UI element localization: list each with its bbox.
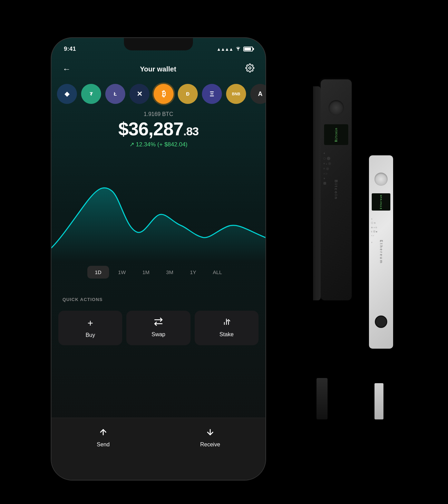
send-label: Send [97, 442, 109, 448]
ledger-s-label: Ethereum [379, 240, 383, 264]
coin-item-xrp[interactable]: ✕ [129, 84, 149, 104]
send-button[interactable]: Send [97, 428, 109, 448]
time-btn-1y[interactable]: 1Y [182, 266, 204, 279]
time-btn-all[interactable]: ALL [205, 266, 230, 279]
usd-cents: .83 [183, 125, 198, 138]
time-selector: 1D 1W 1M 3M 1Y ALL [51, 266, 265, 279]
signal-icon: ▲▲▲▲ [217, 47, 233, 52]
coin-item-eth[interactable]: Ξ [202, 84, 222, 104]
coin-item-ltc[interactable]: Ł [105, 84, 125, 104]
stake-button[interactable]: Stake [195, 311, 259, 345]
coin-item-btc[interactable]: ₿ [154, 84, 174, 104]
change-pct: ↗ 12.34% [129, 141, 156, 148]
phone-screen: 9:41 ▲▲▲▲ [51, 38, 265, 480]
app-header: ← Your wallet [51, 59, 265, 79]
status-time: 9:41 [64, 46, 76, 52]
scene: 9:41 ▲▲▲▲ [34, 10, 414, 494]
coin-item-usdt[interactable]: ₮ [81, 84, 101, 104]
buy-label: Buy [86, 332, 95, 338]
ledger-x-screen-text: Bitcoin [335, 128, 338, 142]
ledger-nano-x-screen: Bitcoin [324, 124, 348, 145]
send-icon [99, 428, 108, 439]
bottom-bar: Send Receive [51, 418, 265, 480]
time-btn-3m[interactable]: 3M [158, 266, 181, 279]
stake-label: Stake [220, 331, 234, 338]
receive-button[interactable]: Receive [200, 428, 220, 448]
wifi-icon [235, 46, 241, 52]
swap-button[interactable]: Swap [126, 311, 190, 345]
btc-amount: 1.9169 BTC [51, 111, 265, 117]
time-btn-1m[interactable]: 1M [135, 266, 157, 279]
usd-price: $36,287.83 [51, 119, 265, 138]
settings-button[interactable] [245, 64, 254, 75]
ledger-nano-x: Bitcoin ∧ ⬡ ⊕ ✕ ≡ + ▷ [321, 79, 352, 300]
phone-notch [124, 38, 193, 50]
quick-actions: + Buy Swap [58, 311, 259, 345]
change-usd: (+ $842.04) [157, 141, 187, 148]
usd-whole: $36,287 [118, 118, 183, 139]
buy-icon: + [87, 318, 93, 329]
price-chart [51, 165, 265, 262]
ledger-nano-s-usb [374, 383, 383, 419]
back-button[interactable]: ← [62, 64, 71, 74]
ledger-nano-s-screen: Ethereum [372, 193, 390, 211]
battery-icon [243, 47, 253, 51]
phone: 9:41 ▲▲▲▲ [51, 38, 265, 480]
quick-actions-label: QUICK ACTIONS [62, 297, 103, 302]
time-btn-1w[interactable]: 1W [110, 266, 134, 279]
ledger-x-label: Bitcoin [334, 180, 338, 200]
coin-item-bnb[interactable]: BNB [226, 84, 246, 104]
time-btn-1d[interactable]: 1D [87, 266, 109, 279]
receive-label: Receive [200, 442, 220, 448]
coin-item-algo[interactable]: A [250, 84, 265, 104]
buy-button[interactable]: + Buy [58, 311, 122, 345]
header-title: Your wallet [140, 65, 176, 73]
ledger-nano-s: Ethereum ∧ ⬡ B ⊕ ✕ D ≡ ■ + ▷ [369, 155, 393, 349]
coin-item-unknown[interactable]: ◆ [57, 84, 77, 104]
ledger-nano-s-button [375, 316, 387, 328]
price-section: 1.9169 BTC $36,287.83 ↗ 12.34% (+ $842.0… [51, 111, 265, 148]
ledger-nano-x-side [313, 86, 321, 300]
coin-selector: ◆ ₮ Ł ✕ ₿ Ð Ξ BNB A [51, 81, 265, 106]
receive-icon [206, 428, 215, 439]
swap-label: Swap [152, 331, 165, 338]
chart-container [51, 165, 265, 262]
svg-point-1 [249, 67, 251, 69]
stake-icon [222, 318, 231, 328]
status-icons: ▲▲▲▲ [217, 46, 253, 52]
swap-icon [154, 318, 163, 328]
price-change: ↗ 12.34% (+ $842.04) [51, 141, 265, 148]
coin-item-doge[interactable]: Ð [178, 84, 198, 104]
ledger-nano-x-usb [316, 378, 328, 419]
svg-point-0 [238, 50, 238, 51]
